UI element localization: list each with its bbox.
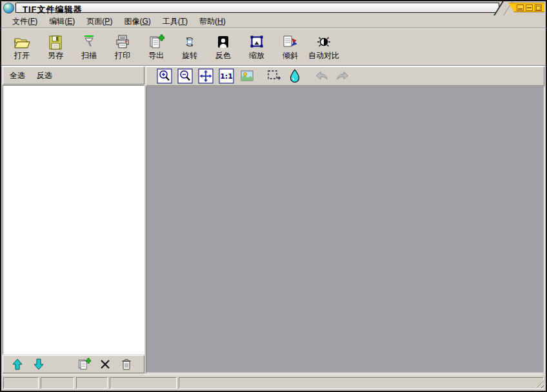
menu-item-image[interactable]: 图像(G) bbox=[118, 15, 156, 28]
status-cell-2 bbox=[41, 377, 74, 389]
page-panel: 全选 反选 bbox=[3, 66, 144, 373]
window-title: TIF文件编辑器 bbox=[23, 4, 83, 15]
export-button-icon-wrap bbox=[148, 33, 164, 50]
undo-button bbox=[314, 68, 330, 84]
page-panel-header: 全选 反选 bbox=[3, 66, 144, 84]
select-all-button[interactable]: 全选 bbox=[10, 70, 25, 81]
zoom-out-icon bbox=[177, 68, 193, 84]
fit-window-icon bbox=[198, 68, 214, 84]
deskew-button-icon-wrap bbox=[282, 33, 299, 50]
page-actions-toolbar bbox=[3, 355, 144, 373]
copy-page-button[interactable] bbox=[77, 358, 90, 371]
title-strip: TIF文件编辑器 bbox=[15, 3, 499, 13]
invert-button-icon-wrap bbox=[215, 33, 231, 50]
fit-window-button[interactable] bbox=[198, 68, 214, 84]
title-bar: TIF文件编辑器 bbox=[1, 1, 546, 15]
trash-icon bbox=[120, 358, 133, 371]
copy-page-icon bbox=[77, 358, 91, 371]
page-list[interactable] bbox=[3, 85, 144, 355]
export-button[interactable]: 导出 bbox=[139, 32, 173, 61]
invert-selection-button[interactable]: 反选 bbox=[37, 70, 52, 81]
status-bar bbox=[1, 375, 546, 391]
export-icon bbox=[148, 34, 164, 50]
remove-x-icon bbox=[99, 358, 112, 371]
auto-contrast-button-label: 自动对比 bbox=[308, 50, 339, 61]
canvas[interactable] bbox=[146, 86, 544, 373]
menu-item-help[interactable]: 帮助(H) bbox=[194, 15, 232, 28]
app-globe-icon bbox=[3, 3, 14, 14]
zoom-button-icon-wrap bbox=[249, 33, 264, 50]
delete-page-button[interactable] bbox=[120, 358, 133, 371]
deskew-button[interactable]: 倾斜 bbox=[274, 32, 307, 61]
rotate-button-label: 旋转 bbox=[182, 50, 197, 61]
zoom-in-button[interactable] bbox=[157, 68, 172, 84]
color-drop-icon bbox=[288, 69, 302, 83]
auto-contrast-icon bbox=[316, 34, 332, 50]
scan-button-icon-wrap bbox=[81, 33, 97, 50]
menu-bar: 文件(F)编辑(E)页面(P)图像(G)工具(T)帮助(H) bbox=[1, 15, 546, 28]
scan-button[interactable]: 扫描 bbox=[72, 32, 106, 61]
print-button[interactable]: 打印 bbox=[106, 32, 139, 61]
printer-icon bbox=[115, 34, 130, 50]
status-cell-5 bbox=[179, 377, 544, 389]
menu-item-file[interactable]: 文件(F) bbox=[6, 15, 43, 28]
rotate-button-icon-wrap bbox=[182, 33, 197, 50]
zoom-out-button[interactable] bbox=[177, 68, 193, 84]
select-region-icon bbox=[266, 68, 282, 84]
move-down-icon bbox=[32, 358, 45, 371]
open-folder-icon bbox=[14, 35, 30, 50]
zoom-button[interactable]: 缩放 bbox=[240, 32, 274, 61]
zoom-button-label: 缩放 bbox=[249, 50, 264, 61]
auto-contrast-button-icon-wrap bbox=[316, 33, 332, 50]
window-minimize-button[interactable] bbox=[517, 5, 524, 11]
actual-size-icon: 1:1 bbox=[219, 68, 234, 84]
open-button-label: 打开 bbox=[14, 50, 30, 61]
redo-icon bbox=[335, 68, 350, 84]
auto-contrast-button[interactable]: 自动对比 bbox=[307, 32, 341, 61]
status-cell-4 bbox=[110, 377, 177, 389]
skew-icon bbox=[282, 34, 299, 50]
menu-item-tools[interactable]: 工具(T) bbox=[157, 15, 194, 28]
app-window: TIF文件编辑器 文件(F)编辑(E)页面(P)图像(G)工具(T)帮助(H) … bbox=[0, 0, 547, 392]
status-cell-1 bbox=[3, 377, 39, 389]
save-as-button-icon-wrap bbox=[48, 33, 63, 50]
invert-button-label: 反色 bbox=[215, 50, 231, 61]
print-button-icon-wrap bbox=[115, 33, 130, 50]
view-toolbar: 1:1 bbox=[146, 66, 544, 86]
scanner-icon bbox=[81, 34, 97, 50]
window-maximize-button[interactable] bbox=[526, 5, 533, 11]
zoom-in-icon bbox=[157, 68, 172, 84]
print-button-label: 打印 bbox=[115, 50, 130, 61]
save-as-button[interactable]: 另存 bbox=[39, 32, 72, 61]
invert-button[interactable]: 反色 bbox=[206, 32, 240, 61]
deskew-button-label: 倾斜 bbox=[283, 50, 298, 61]
menu-item-page[interactable]: 页面(P) bbox=[81, 15, 118, 28]
open-button[interactable]: 打开 bbox=[5, 32, 39, 61]
export-button-label: 导出 bbox=[148, 50, 164, 61]
svg-text:1:1: 1:1 bbox=[220, 72, 233, 81]
image-view-button[interactable] bbox=[239, 68, 255, 84]
remove-page-button[interactable] bbox=[99, 358, 112, 371]
zoom-frame-icon bbox=[249, 34, 264, 50]
save-as-button-label: 另存 bbox=[48, 50, 63, 61]
invert-icon bbox=[215, 34, 231, 50]
save-floppy-icon bbox=[48, 35, 63, 50]
open-button-icon-wrap bbox=[14, 33, 30, 50]
redo-button bbox=[335, 68, 350, 84]
move-down-button[interactable] bbox=[32, 358, 45, 371]
main-toolbar: 打开另存扫描打印导出旋转反色缩放倾斜自动对比 bbox=[1, 29, 546, 65]
window-close-button[interactable] bbox=[535, 5, 542, 11]
rotate-button[interactable]: 旋转 bbox=[173, 32, 206, 61]
move-up-button[interactable] bbox=[11, 358, 24, 371]
image-icon bbox=[240, 69, 254, 83]
fill-color-button[interactable] bbox=[287, 68, 303, 84]
scan-button-label: 扫描 bbox=[81, 50, 97, 61]
menu-item-edit[interactable]: 编辑(E) bbox=[43, 15, 81, 28]
move-up-icon bbox=[11, 358, 24, 371]
select-region-button[interactable] bbox=[266, 68, 282, 84]
window-controls bbox=[508, 3, 544, 12]
undo-icon bbox=[314, 68, 330, 84]
rotate-icon bbox=[182, 34, 197, 50]
status-cell-3 bbox=[76, 377, 108, 389]
actual-size-button[interactable]: 1:1 bbox=[219, 68, 234, 84]
